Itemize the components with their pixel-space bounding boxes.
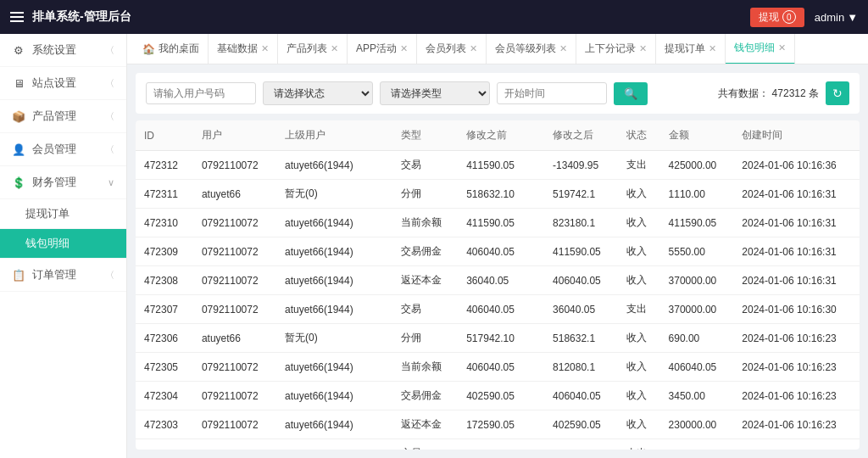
tab-text-wallet-detail: 钱包明细 xyxy=(734,41,775,55)
app-title: 排单系统-管理后台 xyxy=(32,9,131,25)
withdraw-button[interactable]: 提现 0 xyxy=(750,8,804,27)
cell-id: 472308 xyxy=(136,266,193,295)
chevron-icon-4: 〈 xyxy=(105,143,114,156)
cell-type: 返还本金 xyxy=(392,411,458,439)
cell-created_at: 2024-01-06 10:16:30 xyxy=(733,295,860,324)
tab-close-up-down-record[interactable]: ✕ xyxy=(639,43,647,54)
sidebar-item-member-manage[interactable]: 👤 会员管理 〈 xyxy=(0,133,126,166)
tab-member-level[interactable]: 会员等级列表 ✕ xyxy=(487,34,576,64)
sidebar-item-site-settings[interactable]: 🖥 站点设置 〈 xyxy=(0,67,126,100)
cell-type: 交易 xyxy=(392,151,458,180)
cell-after: 36040.05 xyxy=(544,295,618,324)
cell-id: 472312 xyxy=(136,151,193,180)
cell-status: 收入 xyxy=(618,353,660,382)
user-input[interactable] xyxy=(146,82,256,104)
sidebar-item-product-manage[interactable]: 📦 产品管理 〈 xyxy=(0,100,126,133)
table-header-row: ID 用户 上级用户 类型 修改之前 修改之后 状态 金额 创建时间 xyxy=(136,120,860,151)
cell-user: 0792110072 xyxy=(193,209,276,237)
table-row: 472311atuyet66暂无(0)分佣518632.10519742.1收入… xyxy=(136,180,860,209)
sidebar-label-wallet: 钱包明细 xyxy=(25,237,70,249)
cell-created_at: 2024-01-06 10:16:31 xyxy=(733,180,860,209)
tab-text-withdraw-order: 提现订单 xyxy=(665,42,705,56)
cell-id: 472311 xyxy=(136,180,193,209)
top-header: 排单系统-管理后台 提现 0 admin ▼ xyxy=(0,0,868,34)
table-row: 4723100792110072atuyet66(1944)当前余额411590… xyxy=(136,209,860,237)
table-row: 4723030792110072atuyet66(1944)返还本金172590… xyxy=(136,411,860,439)
cell-user: 0792110072 xyxy=(193,237,276,266)
tab-close-product-list[interactable]: ✕ xyxy=(331,43,338,54)
tab-close-app-activity[interactable]: ✕ xyxy=(400,43,408,54)
sidebar-label-product: 产品管理 xyxy=(32,109,76,124)
withdraw-badge: 0 xyxy=(782,10,796,24)
status-select[interactable]: 请选择状态 收入 支出 xyxy=(263,81,373,105)
sidebar-item-system-settings[interactable]: ⚙ 系统设置 〈 xyxy=(0,34,126,67)
tab-up-down-record[interactable]: 上下分记录 ✕ xyxy=(576,34,656,64)
table-row: 4723090792110072atuyet66(1944)交易佣金406040… xyxy=(136,237,860,266)
content-area: 请选择状态 收入 支出 请选择类型 交易 分佣 当前余额 交易佣金 返还本金 后… xyxy=(127,64,868,458)
cell-status: 收入 xyxy=(618,266,660,295)
order-icon: 📋 xyxy=(12,268,25,282)
cell-amount: 230000.00 xyxy=(660,411,734,439)
tab-close-withdraw-order[interactable]: ✕ xyxy=(709,43,716,54)
member-icon: 👤 xyxy=(12,142,25,156)
type-select[interactable]: 请选择类型 交易 分佣 当前余额 交易佣金 返还本金 后台充值 xyxy=(380,81,490,105)
menu-icon[interactable] xyxy=(10,12,24,22)
tab-withdraw-order[interactable]: 提现订单 ✕ xyxy=(656,34,726,64)
cell-user: 0792110072 xyxy=(193,266,276,295)
cell-after: 411590.05 xyxy=(544,237,618,266)
tab-wallet-detail[interactable]: 钱包明细 ✕ xyxy=(726,34,795,64)
tab-dashboard[interactable]: 🏠 我的桌面 xyxy=(134,34,209,64)
tab-member-list[interactable]: 会员列表 ✕ xyxy=(417,34,487,64)
tab-close-member-list[interactable]: ✕ xyxy=(470,43,477,54)
cell-parent_user: atuyet66(1944) xyxy=(276,411,392,439)
cell-amount: 425000.00 xyxy=(660,151,734,180)
admin-chevron-icon: ▼ xyxy=(847,11,858,24)
cell-status: 支出 xyxy=(618,295,660,324)
tab-close-wallet-detail[interactable]: ✕ xyxy=(778,42,786,53)
sidebar-item-wallet-detail[interactable]: 钱包明细 xyxy=(0,229,126,259)
cell-created_at: 2024-01-06 10:16:23 xyxy=(733,411,860,439)
tab-bar: 🏠 我的桌面 基础数据 ✕ 产品列表 ✕ APP活动 ✕ 会员列表 ✕ 会员等级… xyxy=(127,34,868,64)
sidebar-item-finance-manage[interactable]: 💲 财务管理 ∨ xyxy=(0,166,126,199)
sidebar: ⚙ 系统设置 〈 🖥 站点设置 〈 📦 产品管理 〈 👤 会员管理 〈 xyxy=(0,34,127,458)
cell-type: 返还本金 xyxy=(392,266,458,295)
finance-icon: 💲 xyxy=(12,176,25,189)
cell-user: 0792110072 xyxy=(193,411,276,439)
cell-created_at: 2024-01-06 10:16:23 xyxy=(733,324,860,353)
cell-parent_user: atuyet66(1944) xyxy=(276,266,392,295)
sidebar-label-withdraw: 提现订单 xyxy=(25,207,70,220)
refresh-button[interactable]: ↻ xyxy=(826,81,849,105)
cell-before: 517942.10 xyxy=(458,324,544,353)
tab-product-list[interactable]: 产品列表 ✕ xyxy=(278,34,348,64)
cell-status: 收入 xyxy=(618,209,660,237)
tab-text-up-down-record: 上下分记录 xyxy=(585,42,636,56)
site-icon: 🖥 xyxy=(12,76,25,90)
sidebar-item-withdraw-order[interactable]: 提现订单 xyxy=(0,199,126,229)
cell-user: 0792110072 xyxy=(193,151,276,180)
tab-basic-data[interactable]: 基础数据 ✕ xyxy=(209,34,278,64)
sidebar-item-order-manage[interactable]: 📋 订单管理 〈 xyxy=(0,259,126,292)
cell-id: 472302 xyxy=(136,439,193,450)
admin-menu[interactable]: admin ▼ xyxy=(815,11,858,24)
chevron-icon: 〈 xyxy=(105,44,114,57)
tab-close-basic-data[interactable]: ✕ xyxy=(261,43,269,54)
cell-after: 518632.1 xyxy=(544,324,618,353)
cell-before: 406040.05 xyxy=(458,353,544,382)
sidebar-label-member: 会员管理 xyxy=(32,142,76,157)
cell-before: 411590.05 xyxy=(458,209,544,237)
total-count: 共有数据： 472312 条 xyxy=(718,87,819,101)
tab-close-member-level[interactable]: ✕ xyxy=(559,43,567,54)
withdraw-label: 提现 xyxy=(759,10,779,25)
cell-amount: 1110.00 xyxy=(660,180,734,209)
date-input[interactable] xyxy=(497,82,607,104)
cell-type: 当前余额 xyxy=(392,209,458,237)
cell-amount: 230000.00 xyxy=(660,439,734,450)
col-id: ID xyxy=(136,120,193,151)
search-button[interactable]: 🔍 xyxy=(614,82,648,105)
cell-id: 472309 xyxy=(136,237,193,266)
cell-created_at: 2024-01-06 10:16:31 xyxy=(733,266,860,295)
tab-text-member-level: 会员等级列表 xyxy=(495,42,556,56)
cell-parent_user: atuyet66(1944) xyxy=(276,353,392,382)
tab-app-activity[interactable]: APP活动 ✕ xyxy=(348,34,417,64)
product-icon: 📦 xyxy=(12,109,25,123)
